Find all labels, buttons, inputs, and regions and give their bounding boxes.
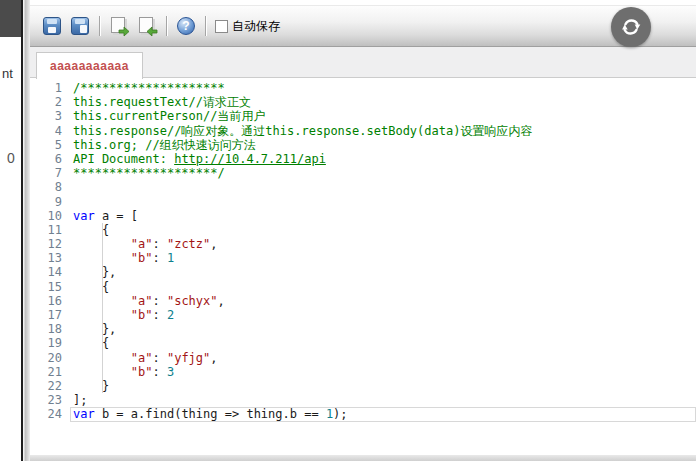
tab-active[interactable]: aaaaaaaaaaa bbox=[36, 52, 143, 79]
line-number: 23 bbox=[30, 393, 70, 407]
background-text-fragment: nt bbox=[2, 66, 13, 81]
line-number: 16 bbox=[30, 294, 70, 308]
code-line[interactable]: this.org; //组织快速访问方法 bbox=[70, 138, 696, 152]
export-icon bbox=[109, 16, 129, 36]
import-button[interactable] bbox=[135, 14, 159, 38]
code-line[interactable]: { bbox=[70, 280, 696, 294]
token-plain: , bbox=[210, 237, 217, 251]
line-number: 14 bbox=[30, 265, 70, 279]
code-line[interactable] bbox=[70, 180, 696, 194]
token-string: "b" bbox=[131, 251, 153, 265]
line-number: 3 bbox=[30, 109, 70, 123]
line-number: 21 bbox=[30, 365, 70, 379]
save-icon bbox=[43, 17, 61, 35]
code-line[interactable] bbox=[70, 195, 696, 209]
code-line[interactable]: "a": "zctz", bbox=[70, 237, 696, 251]
code-editor[interactable]: 123456789101112131415161718192021222324 … bbox=[30, 78, 696, 455]
code-line[interactable]: ]; bbox=[70, 393, 696, 407]
code-line[interactable]: ********************/ bbox=[70, 166, 696, 180]
line-number: 4 bbox=[30, 124, 70, 138]
help-icon: ? bbox=[177, 17, 195, 35]
token-plain: : bbox=[152, 237, 166, 251]
token-string: "a" bbox=[131, 294, 153, 308]
code-line[interactable]: } bbox=[70, 379, 696, 393]
token-plain: }, bbox=[73, 265, 116, 279]
help-button[interactable]: ? bbox=[174, 14, 198, 38]
token-string: "b" bbox=[131, 365, 153, 379]
token-plain: }, bbox=[73, 322, 116, 336]
token-plain: : bbox=[152, 294, 166, 308]
line-number: 22 bbox=[30, 379, 70, 393]
save-button[interactable] bbox=[40, 14, 64, 38]
token-plain: { bbox=[73, 223, 109, 237]
code-line[interactable]: "b": 2 bbox=[70, 308, 696, 322]
token-number: 1 bbox=[167, 251, 174, 265]
export-button[interactable] bbox=[107, 14, 131, 38]
background-text-fragment: 0 bbox=[7, 150, 15, 166]
toolbar-separator bbox=[99, 16, 100, 36]
token-string: "b" bbox=[131, 308, 153, 322]
refresh-button[interactable] bbox=[611, 7, 651, 47]
token-string: "schyx" bbox=[167, 294, 218, 308]
line-number: 6 bbox=[30, 152, 70, 166]
line-number: 1 bbox=[30, 81, 70, 95]
token-plain: } bbox=[73, 379, 109, 393]
code-lines[interactable]: /********************this.requestText//请… bbox=[70, 78, 696, 455]
line-number: 13 bbox=[30, 251, 70, 265]
token-string: "a" bbox=[131, 351, 153, 365]
indent-guide bbox=[102, 223, 103, 393]
bottom-strip bbox=[30, 455, 696, 461]
token-string: "zctz" bbox=[167, 237, 210, 251]
code-line[interactable]: { bbox=[70, 223, 696, 237]
toolbar-separator bbox=[205, 16, 206, 36]
token-comment: this.org; //组织快速访问方法 bbox=[73, 138, 256, 152]
token-link: http://10.4.7.211/api bbox=[174, 152, 326, 166]
background-dark-square bbox=[0, 0, 21, 37]
code-line[interactable]: API Document: http://10.4.7.211/api bbox=[70, 152, 696, 166]
code-line[interactable]: "b": 3 bbox=[70, 365, 696, 379]
autosave-checkbox[interactable] bbox=[215, 20, 228, 33]
code-line[interactable]: /******************** bbox=[70, 81, 696, 95]
code-line[interactable]: { bbox=[70, 336, 696, 350]
token-plain: a = [ bbox=[95, 209, 138, 223]
code-line[interactable]: this.response//响应对象。通过this.response.setB… bbox=[70, 124, 696, 138]
token-plain: : bbox=[152, 365, 166, 379]
code-line[interactable]: "b": 1 bbox=[70, 251, 696, 265]
tab-label: aaaaaaaaaaa bbox=[50, 59, 129, 73]
line-number: 8 bbox=[30, 180, 70, 194]
line-number: 11 bbox=[30, 223, 70, 237]
code-line[interactable]: }, bbox=[70, 322, 696, 336]
code-line[interactable]: "a": "yfjg", bbox=[70, 351, 696, 365]
token-number: 3 bbox=[167, 365, 174, 379]
save-as-button[interactable] bbox=[68, 14, 92, 38]
token-plain: { bbox=[73, 280, 109, 294]
token-comment: this.currentPerson//当前用户 bbox=[73, 109, 266, 123]
panel-left-edge bbox=[23, 0, 30, 461]
line-number: 5 bbox=[30, 138, 70, 152]
line-number: 2 bbox=[30, 95, 70, 109]
line-number: 20 bbox=[30, 351, 70, 365]
code-line[interactable]: "a": "schyx", bbox=[70, 294, 696, 308]
line-number: 19 bbox=[30, 336, 70, 350]
code-line[interactable]: var a = [ bbox=[70, 209, 696, 223]
code-line[interactable]: this.currentPerson//当前用户 bbox=[70, 109, 696, 123]
refresh-icon bbox=[619, 15, 643, 39]
background-window: nt 0 bbox=[0, 0, 21, 461]
code-line[interactable]: this.requestText//请求正文 bbox=[70, 95, 696, 109]
code-line-current[interactable]: var b = a.find(thing => thing.b == 1); bbox=[70, 407, 696, 421]
token-comment: ********************/ bbox=[73, 166, 225, 180]
line-number: 18 bbox=[30, 322, 70, 336]
toolbar: ? 自动保存 bbox=[30, 5, 696, 47]
token-plain: : bbox=[152, 251, 166, 265]
line-number-gutter: 123456789101112131415161718192021222324 bbox=[30, 78, 70, 455]
line-number: 15 bbox=[30, 280, 70, 294]
autosave-control: 自动保存 bbox=[215, 18, 280, 35]
token-string: "yfjg" bbox=[167, 351, 210, 365]
screen: nt 0 bbox=[0, 0, 696, 461]
token-plain: ]; bbox=[73, 393, 87, 407]
token-plain: : bbox=[152, 308, 166, 322]
token-plain: , bbox=[210, 351, 217, 365]
autosave-label: 自动保存 bbox=[232, 18, 280, 35]
code-line[interactable]: }, bbox=[70, 265, 696, 279]
token-plain: { bbox=[73, 336, 109, 350]
